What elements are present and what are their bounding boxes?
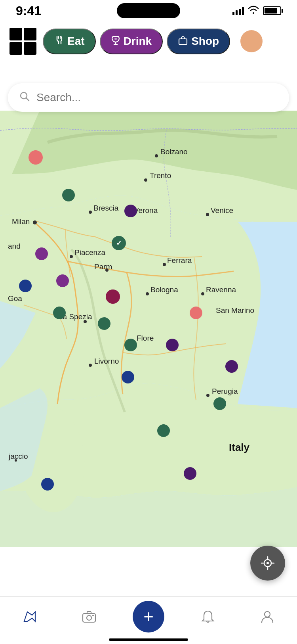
nav-item-map[interactable]	[14, 609, 46, 625]
pin-17[interactable]	[157, 424, 170, 437]
svg-text:Flore: Flore	[137, 334, 154, 342]
svg-point-10	[70, 255, 73, 258]
pin-15[interactable]	[122, 371, 134, 383]
svg-point-8	[155, 154, 158, 157]
svg-point-46	[265, 611, 270, 617]
status-time: 9:41	[16, 4, 41, 18]
svg-text:Bolzano: Bolzano	[160, 148, 188, 156]
battery-icon	[263, 6, 281, 15]
svg-point-0	[114, 38, 117, 40]
pin-7[interactable]	[106, 289, 120, 304]
wifi-icon	[248, 5, 259, 16]
svg-point-4	[33, 220, 37, 224]
pin-19[interactable]	[41, 478, 54, 491]
pill-eat-label: Eat	[67, 35, 85, 48]
nav-add-button[interactable]: +	[133, 601, 164, 632]
svg-point-5	[89, 211, 92, 214]
status-icons	[232, 5, 281, 16]
svg-point-14	[201, 292, 204, 295]
map-nav-icon	[22, 609, 38, 625]
pill-eat[interactable]: Eat	[43, 29, 96, 54]
nav-item-notifications[interactable]	[192, 609, 224, 625]
svg-point-17	[89, 364, 92, 367]
search-icon	[19, 91, 30, 105]
map-area[interactable]: Bolzano Trento Milan Brescia Verona Veni…	[0, 61, 297, 596]
person-nav-icon	[259, 609, 275, 625]
svg-rect-45	[92, 615, 94, 616]
svg-text:and: and	[8, 242, 21, 250]
svg-point-13	[146, 292, 149, 295]
svg-point-9	[144, 178, 147, 182]
home-indicator	[109, 638, 188, 641]
pin-14[interactable]	[225, 360, 238, 373]
svg-text:Verona: Verona	[134, 206, 158, 215]
svg-point-18	[206, 394, 209, 397]
profile-avatar[interactable]	[240, 30, 263, 52]
nav-pills: Eat Drink Shop	[43, 29, 230, 54]
pin-3[interactable]	[124, 205, 137, 217]
svg-text:Piacenza: Piacenza	[74, 248, 106, 257]
pin-2[interactable]	[62, 189, 75, 201]
pin-16[interactable]	[213, 397, 226, 410]
svg-text:Bologna: Bologna	[150, 286, 178, 294]
svg-text:Goa: Goa	[8, 294, 22, 303]
camera-nav-icon	[81, 609, 97, 625]
pin-10[interactable]	[98, 317, 110, 330]
svg-text:Ravenna: Ravenna	[206, 286, 236, 294]
svg-text:Trento: Trento	[150, 171, 171, 180]
pin-9[interactable]	[53, 307, 66, 319]
nav-item-camera[interactable]	[73, 609, 105, 625]
svg-text:San Marino: San Marino	[216, 306, 254, 314]
svg-text:Brescia: Brescia	[93, 204, 119, 212]
search-container	[8, 83, 289, 112]
shop-icon	[178, 35, 188, 48]
svg-text:Parm: Parm	[94, 263, 112, 271]
search-input[interactable]	[36, 91, 278, 104]
pin-11[interactable]	[190, 307, 202, 319]
pin-12[interactable]	[124, 339, 137, 351]
pill-drink[interactable]: Drink	[100, 29, 163, 54]
svg-text:Milan: Milan	[12, 217, 30, 226]
pill-shop-label: Shop	[191, 35, 219, 48]
plus-icon: +	[143, 608, 154, 625]
map-svg: Bolzano Trento Milan Brescia Verona Veni…	[0, 61, 297, 596]
search-bar[interactable]	[8, 83, 289, 112]
pin-1[interactable]	[29, 150, 43, 165]
nav-item-profile[interactable]	[251, 609, 283, 625]
svg-text:Perugia: Perugia	[212, 387, 238, 395]
svg-rect-1	[179, 39, 187, 44]
svg-text:Venice: Venice	[211, 206, 233, 215]
pin-6[interactable]	[56, 274, 69, 287]
location-button[interactable]	[250, 546, 285, 581]
header: Eat Drink Shop	[0, 21, 297, 61]
svg-rect-43	[83, 613, 95, 622]
pill-shop[interactable]: Shop	[167, 29, 230, 54]
svg-point-41	[267, 562, 269, 564]
svg-text:Italy: Italy	[229, 441, 250, 453]
eat-icon	[54, 35, 64, 48]
compass-icon	[260, 555, 276, 571]
pin-13[interactable]	[166, 339, 179, 351]
svg-text:Livorno: Livorno	[94, 357, 119, 365]
drink-icon	[111, 35, 120, 48]
pill-drink-label: Drink	[124, 35, 152, 48]
pin-8[interactable]	[19, 280, 32, 292]
bell-nav-icon	[200, 609, 216, 625]
svg-text:jaccio: jaccio	[8, 452, 28, 460]
svg-point-44	[87, 615, 91, 620]
dynamic-island	[117, 3, 180, 18]
svg-point-12	[163, 263, 166, 266]
svg-point-7	[206, 213, 209, 216]
app-logo[interactable]	[10, 28, 36, 55]
bottom-nav: +	[0, 596, 297, 644]
pin-4[interactable]	[35, 247, 48, 260]
pin-18[interactable]	[184, 467, 196, 480]
svg-text:Ferrara: Ferrara	[167, 256, 192, 264]
pin-5-checked[interactable]: ✓	[112, 236, 126, 250]
signal-icon	[232, 6, 244, 15]
